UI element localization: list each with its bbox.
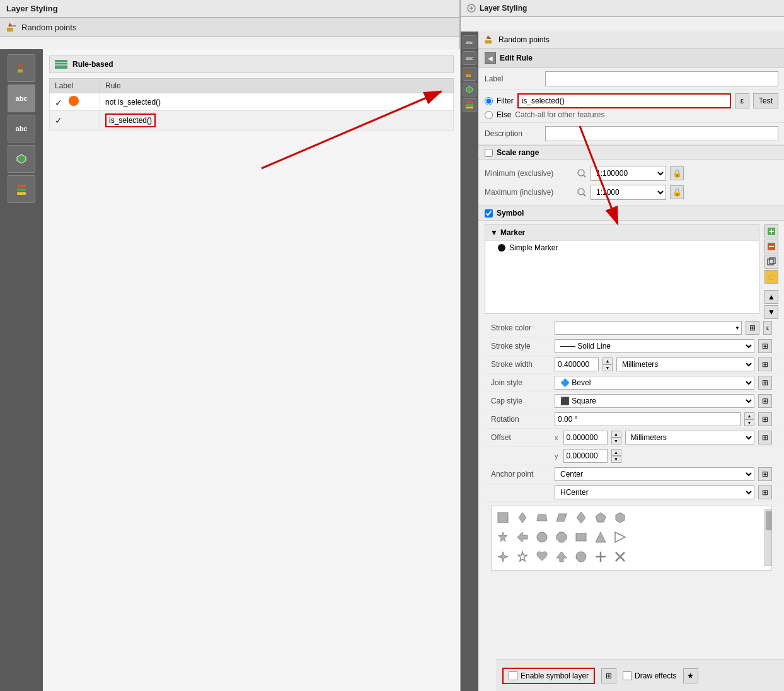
shape-circle[interactable]	[533, 528, 551, 546]
min-scale-label: Minimum (exclusive)	[485, 169, 573, 178]
draw-effects-star-btn[interactable]: ★	[683, 668, 698, 683]
description-input[interactable]	[545, 126, 778, 141]
stroke-style-select[interactable]: —— Solid Line	[555, 339, 754, 353]
right-sidebar-btn-abc[interactable]: abc	[463, 35, 476, 49]
max-scale-lock[interactable]: 🔒	[670, 185, 684, 199]
right-layer-name: Random points	[499, 35, 550, 44]
symbol-tree-item[interactable]: Simple Marker	[485, 241, 759, 255]
move-down-btn[interactable]: ▼	[764, 305, 778, 319]
sidebar-btn-abc2[interactable]: abc	[8, 115, 35, 142]
palette-scrollbar[interactable]	[764, 509, 772, 566]
stroke-width-input[interactable]: 0.400000	[555, 357, 599, 371]
symbol-layer-settings-btn[interactable]	[764, 270, 778, 284]
shape-octagon[interactable]	[553, 528, 570, 546]
min-scale-lock[interactable]: 🔒	[670, 166, 684, 180]
svg-line-26	[584, 194, 585, 196]
duplicate-layer-btn[interactable]	[764, 255, 778, 269]
label-input[interactable]	[545, 71, 778, 86]
stroke-width-down[interactable]: ▼	[602, 364, 613, 371]
shape-trapezoid[interactable]	[533, 509, 551, 526]
draw-effects-checkbox[interactable]	[623, 671, 631, 680]
stroke-width-copy[interactable]: ⊞	[758, 357, 772, 371]
offset-unit[interactable]: Millimeters	[625, 431, 755, 444]
stroke-color-copy[interactable]: ⊞	[746, 321, 759, 335]
shape-star4[interactable]	[494, 548, 512, 566]
symbol-section: ▼ Marker Simple Marker	[478, 221, 784, 578]
rotation-down[interactable]: ▼	[744, 419, 754, 426]
shape-triangle-right[interactable]	[611, 528, 629, 546]
symbol-checkbox[interactable]	[485, 209, 493, 218]
sidebar-btn-abc1[interactable]: abc	[8, 84, 35, 112]
remove-layer-btn[interactable]	[764, 240, 778, 253]
add-layer-btn[interactable]	[764, 224, 778, 238]
enable-symbol-checkbox[interactable]	[509, 671, 517, 680]
shape-plus[interactable]	[592, 548, 609, 566]
shape-circle2[interactable]	[572, 548, 590, 566]
anchor-v-select[interactable]: HCenter	[555, 485, 754, 499]
shape-heart[interactable]	[533, 548, 551, 566]
epsilon-button[interactable]: ε	[735, 93, 749, 108]
shape-diamond-small[interactable]	[514, 509, 531, 526]
right-sidebar-btn-abc2[interactable]: abc	[463, 51, 476, 65]
else-radio[interactable]	[485, 111, 493, 119]
svg-marker-16	[466, 70, 471, 73]
filter-radio[interactable]	[485, 97, 493, 105]
filter-input[interactable]: is_selected()	[517, 93, 731, 108]
shape-arrow-up[interactable]	[553, 548, 570, 566]
anchor-v-copy[interactable]: ⊞	[758, 485, 772, 499]
max-scale-select[interactable]: 1:1000	[591, 185, 666, 200]
shape-star5[interactable]	[494, 528, 512, 546]
shape-parallelogram[interactable]	[553, 509, 570, 526]
table-row[interactable]: ✓ is_selected()	[50, 111, 454, 131]
offset-x-down[interactable]: ▼	[611, 438, 621, 444]
description-label: Description	[485, 129, 541, 138]
join-style-select[interactable]: 🔷 Bevel	[555, 376, 754, 390]
stroke-color-expr[interactable]: ε	[763, 321, 772, 335]
offset-y-down[interactable]: ▼	[611, 456, 621, 463]
min-scale-select[interactable]: 1:100000	[591, 166, 666, 181]
move-up-btn[interactable]: ▲	[764, 290, 778, 304]
shape-diamond[interactable]	[572, 509, 590, 526]
join-style-copy[interactable]: ⊞	[758, 376, 772, 390]
cap-style-copy[interactable]: ⊞	[758, 394, 772, 408]
table-row[interactable]: ✓ not is_selected()	[50, 93, 454, 111]
palette-scrollbar-thumb[interactable]	[766, 511, 772, 530]
anchor-h-select[interactable]: Center	[555, 467, 754, 481]
rotation-copy[interactable]: ⊞	[758, 412, 772, 426]
edit-rule-header: ◀ Edit Rule	[478, 49, 784, 68]
sidebar-btn-stack[interactable]	[8, 175, 35, 203]
test-button[interactable]: Test	[753, 93, 778, 108]
shape-pentagon[interactable]	[592, 509, 609, 526]
rotation-input[interactable]	[555, 412, 741, 426]
shape-arrow-left[interactable]	[514, 528, 531, 546]
offset-x-input[interactable]	[563, 431, 608, 444]
rotation-up[interactable]: ▲	[744, 412, 754, 419]
shape-cross[interactable]	[611, 548, 629, 566]
offset-y-up[interactable]: ▲	[611, 449, 621, 456]
shape-hexagon[interactable]	[611, 509, 629, 526]
offset-y-input[interactable]	[563, 449, 608, 463]
shape-square[interactable]	[494, 509, 512, 526]
enable-symbol-copy-btn[interactable]: ⊞	[601, 668, 616, 683]
sidebar-btn-cube[interactable]	[8, 145, 35, 173]
stroke-width-up[interactable]: ▲	[602, 357, 613, 364]
shape-triangle[interactable]	[592, 528, 609, 546]
offset-x-up[interactable]: ▲	[611, 431, 621, 438]
right-sidebar-btn-layer[interactable]	[463, 98, 476, 112]
anchor-h-copy[interactable]: ⊞	[758, 467, 772, 481]
cap-style-select[interactable]: ⬛ Square	[555, 394, 754, 408]
stroke-style-copy[interactable]: ⊞	[758, 339, 772, 353]
scale-range-checkbox[interactable]	[485, 149, 493, 157]
shape-star5b[interactable]	[514, 548, 531, 566]
sidebar-btn-paint[interactable]	[8, 54, 35, 82]
offset-copy[interactable]: ⊞	[758, 431, 772, 444]
right-sidebar-btn-paint[interactable]	[463, 67, 476, 81]
svg-marker-1	[8, 23, 13, 26]
draw-effects-box: Draw effects	[623, 671, 676, 680]
back-button[interactable]: ◀	[485, 52, 496, 64]
right-sidebar-btn-3d[interactable]	[463, 83, 476, 96]
cap-style-row: Cap style ⬛ Square ⊞	[485, 392, 778, 410]
shape-rect[interactable]	[572, 528, 590, 546]
stroke-width-unit[interactable]: Millimeters	[616, 357, 754, 371]
scale-range-section: Minimum (exclusive) 1:100000 🔒 Maximum (…	[478, 160, 784, 206]
